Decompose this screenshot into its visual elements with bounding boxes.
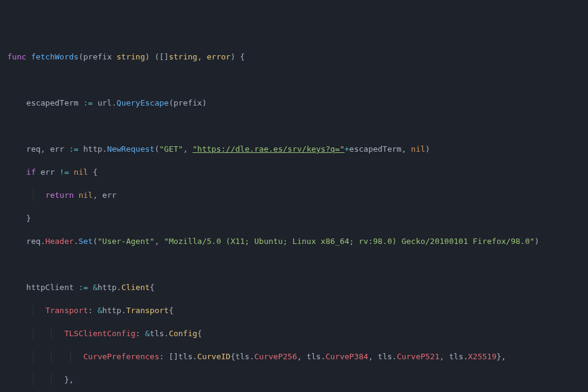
str-url: "https://dle.rae.es/srv/keys?q=" (192, 144, 344, 154)
op-amp: & (93, 283, 98, 292)
code-editor-viewport[interactable]: func fetchWords(prefix string) ([]string… (7, 39, 581, 392)
slice-brackets: [] (160, 52, 169, 61)
const-x25519: X25519 (468, 352, 496, 361)
type-config: Config (169, 329, 197, 338)
nil-literal: nil (411, 144, 425, 154)
nil-literal: nil (78, 191, 92, 200)
str-uakey: "User-Agent" (98, 237, 155, 246)
arg-escapedterm: escapedTerm (350, 144, 402, 154)
decl-op: := (78, 283, 88, 292)
pkg-tls: tls (306, 352, 320, 361)
fn-newrequest: NewRequest (107, 144, 154, 154)
arg-prefix: prefix (174, 98, 202, 107)
var-req: req (26, 144, 40, 154)
const-p521: CurveP521 (397, 352, 439, 361)
op-amp: & (145, 329, 150, 338)
code-line (7, 74, 581, 86)
var-req: req (26, 237, 40, 246)
type-string: string (169, 52, 197, 61)
nil-literal: nil (74, 167, 88, 177)
var-err: err (41, 167, 55, 177)
code-line: if err != nil { (7, 166, 581, 178)
code-line: req.Header.Set("User-Agent", "Mozilla/5.… (7, 235, 581, 247)
decl-op: := (69, 144, 79, 154)
code-line: req, err := http.NewRequest("GET", "http… (7, 143, 581, 155)
type-curveid: CurveID (197, 352, 231, 361)
str-get: "GET" (160, 144, 183, 154)
str-uaval: "Mozilla/5.0 (X11; Ubuntu; Linux x86_64;… (164, 237, 534, 246)
prop-transport: Transport (46, 306, 88, 315)
code-line: escapedTerm := url.QueryEscape(prefix) (7, 97, 581, 109)
code-line (7, 120, 581, 132)
type-string: string (117, 52, 145, 61)
type-client: Client (121, 283, 150, 292)
const-p384: CurveP384 (325, 352, 368, 361)
pkg-tls: tls (235, 352, 249, 361)
type-transport: Transport (126, 306, 169, 315)
const-p256: CurveP256 (254, 352, 297, 361)
fn-queryescape: QueryEscape (117, 98, 169, 107)
prop-header: Header (46, 237, 74, 246)
code-line: CurvePreferences: []tls.CurveID{tls.Curv… (7, 351, 581, 362)
param-prefix: prefix (83, 52, 112, 61)
pkg-tls: tls (378, 352, 392, 361)
code-line: httpClient := &http.Client{ (7, 282, 581, 293)
var-err: err (103, 191, 117, 200)
pkg-url: url (98, 98, 112, 107)
code-line: }, (7, 374, 581, 385)
var-err: err (50, 144, 64, 154)
pkg-tls: tls (449, 352, 463, 361)
type-error: error (207, 52, 231, 61)
fn-set: Set (78, 237, 92, 246)
code-line: return nil, err (7, 189, 581, 201)
pkg-tls: tls (178, 352, 192, 361)
code-line: Transport: &http.Transport{ (7, 305, 581, 316)
pkg-tls: tls (150, 329, 164, 338)
pkg-http: http (98, 283, 117, 292)
prop-tlsclientconfig: TLSClientConfig (64, 329, 135, 338)
keyword-return: return (46, 191, 74, 200)
pkg-http: http (103, 306, 121, 315)
prop-curveprefs: CurvePreferences (83, 352, 159, 361)
code-line: TLSClientConfig: &tls.Config{ (7, 328, 581, 339)
var-httpclient: httpClient (26, 283, 73, 292)
pkg-http: http (83, 144, 102, 154)
code-line (7, 259, 581, 270)
decl-op: := (83, 98, 93, 107)
function-name: fetchWords (31, 52, 78, 61)
code-line: func fetchWords(prefix string) ([]string… (7, 51, 581, 63)
op-neq: != (59, 167, 69, 177)
op-amp: & (98, 306, 103, 315)
code-line: } (7, 212, 581, 224)
keyword-if: if (26, 167, 36, 177)
keyword-func: func (7, 52, 26, 61)
var-escapedterm: escapedTerm (26, 98, 78, 107)
